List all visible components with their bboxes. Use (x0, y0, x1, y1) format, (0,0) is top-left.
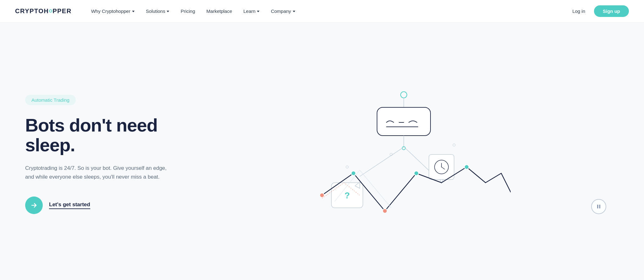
svg-point-23 (453, 144, 455, 146)
nav-solutions[interactable]: Solutions (142, 6, 174, 16)
svg-line-26 (360, 170, 391, 208)
logo-text-left: CRYPTOH (15, 8, 49, 15)
pause-icon (596, 203, 602, 210)
pause-button[interactable] (591, 199, 606, 214)
svg-point-20 (414, 171, 419, 175)
nav-pricing[interactable]: Pricing (176, 6, 199, 16)
svg-line-28 (501, 173, 511, 192)
svg-point-17 (320, 193, 324, 197)
signup-button[interactable]: Sign up (594, 5, 629, 17)
arrow-right-icon (30, 202, 38, 209)
svg-line-7 (360, 148, 402, 176)
logo-text-right: PPER (53, 8, 71, 15)
nav-learn[interactable]: Learn (239, 6, 264, 16)
hero-description: Cryptotrading is 24/7. So is your bot. G… (25, 164, 170, 181)
svg-line-27 (486, 173, 501, 183)
logo[interactable]: CRYPTOH PPER (15, 8, 72, 15)
svg-text:?: ? (344, 191, 350, 200)
chevron-down-icon (293, 11, 295, 12)
svg-point-24 (346, 166, 348, 168)
hero-badge: Automatic Trading (25, 95, 76, 105)
hero-illustration: ? (189, 76, 619, 233)
nav-why-cryptohopper[interactable]: Why Cryptohopper (87, 6, 139, 16)
cta-label[interactable]: Let's get started (49, 202, 90, 209)
chevron-down-icon (167, 11, 169, 12)
navbar: CRYPTOH PPER Why Cryptohopper Solutions … (0, 0, 644, 23)
svg-point-19 (383, 209, 387, 213)
nav-links: Why Cryptohopper Solutions Pricing Marke… (87, 6, 569, 16)
chevron-down-icon (132, 11, 135, 12)
cta-container: Let's get started (25, 197, 189, 214)
hero-title: Bots don't need sleep. (25, 115, 189, 155)
nav-right: Log in Sign up (569, 5, 629, 17)
nav-company[interactable]: Company (266, 6, 299, 16)
svg-rect-30 (599, 205, 601, 208)
hero-section: Automatic Trading Bots don't need sleep.… (0, 23, 644, 280)
nav-marketplace[interactable]: Marketplace (202, 6, 236, 16)
svg-point-0 (401, 92, 407, 98)
svg-rect-29 (597, 205, 598, 208)
chevron-down-icon (257, 11, 259, 12)
hero-svg: ? (297, 76, 511, 233)
cta-arrow-button[interactable] (25, 197, 43, 214)
svg-point-21 (464, 165, 469, 169)
svg-point-18 (351, 171, 356, 175)
hero-content: Automatic Trading Bots don't need sleep.… (25, 95, 189, 214)
login-button[interactable]: Log in (569, 6, 589, 16)
svg-rect-2 (377, 107, 430, 136)
logo-dot-icon (49, 9, 52, 13)
